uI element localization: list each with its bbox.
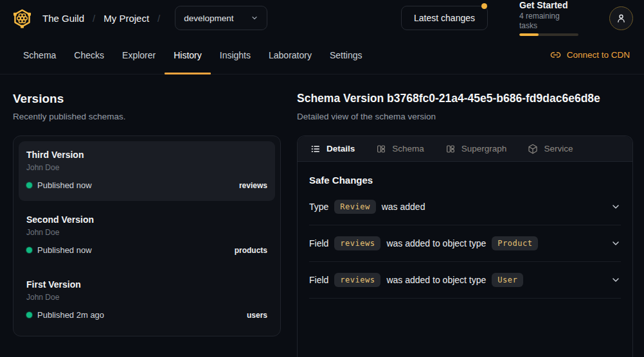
detail-tab-service[interactable]: Service: [528, 144, 573, 154]
cube-icon: [528, 144, 538, 154]
connect-to-cdn-link[interactable]: Connect to CDN: [550, 36, 630, 74]
change-text: was added: [382, 202, 425, 212]
version-status: Published now: [26, 180, 92, 190]
version-status-row: Published nowreviews: [26, 180, 267, 190]
breadcrumb-separator: /: [157, 13, 160, 24]
change-description: TypeReviewwas added: [309, 200, 425, 214]
breadcrumb-project[interactable]: My Project: [103, 13, 149, 24]
change-description: Fieldreviewswas added to object typeProd…: [309, 236, 538, 250]
breadcrumb-org[interactable]: The Guild: [42, 13, 84, 24]
version-title: Second Version: [26, 214, 267, 225]
target-select-value: development: [184, 13, 233, 23]
tab-insights[interactable]: Insights: [211, 36, 260, 74]
hive-logo-icon[interactable]: [12, 8, 33, 29]
versions-subtitle: Recently published schemas.: [13, 112, 281, 122]
change-badge: reviews: [334, 236, 380, 250]
version-author: John Doe: [26, 293, 267, 302]
detail-tab-label: Details: [326, 144, 355, 153]
get-started-progress-fill: [519, 33, 539, 36]
published-dot-icon: [26, 182, 32, 188]
top-bar: The Guild / My Project / development Lat…: [0, 0, 644, 36]
change-text: Field: [309, 275, 328, 285]
detail-tab-content: Safe Changes TypeReviewwas addedFieldrev…: [298, 175, 632, 299]
version-item[interactable]: Second VersionJohn DoePublished nowprodu…: [19, 206, 275, 266]
change-badge: User: [492, 273, 523, 287]
change-text: was added to object type: [386, 275, 486, 285]
connect-to-cdn-label: Connect to CDN: [567, 50, 630, 60]
target-select[interactable]: development: [175, 6, 267, 30]
get-started-widget[interactable]: Get Started 4 remaining tasks: [519, 0, 579, 36]
breadcrumb-separator: /: [93, 13, 95, 24]
versions-list: Third VersionJohn DoePublished nowreview…: [13, 135, 281, 336]
detail-tab-label: Schema: [392, 144, 424, 153]
tab-laboratory[interactable]: Laboratory: [260, 36, 321, 74]
change-row[interactable]: Fieldreviewswas added to object typeUser: [309, 262, 621, 299]
change-badge: Product: [492, 236, 538, 250]
detail-tabs: DetailsSchemaSupergraphService: [298, 136, 632, 162]
change-row[interactable]: Fieldreviewswas added to object typeProd…: [309, 225, 621, 262]
schema-version-subtitle: Detailed view of the schema version: [297, 112, 633, 122]
chevron-down-icon: [251, 14, 258, 22]
version-status-row: Published 2m agousers: [26, 310, 267, 320]
person-icon: [616, 13, 627, 24]
notification-dot: [481, 3, 487, 9]
version-status-text: Published now: [37, 180, 92, 190]
change-description: Fieldreviewswas added to object typeUser: [309, 273, 523, 287]
change-text: Field: [309, 238, 328, 248]
service-tag: products: [235, 246, 267, 255]
published-dot-icon: [26, 247, 32, 253]
latest-changes-button[interactable]: Latest changes: [401, 6, 488, 30]
version-author: John Doe: [26, 228, 267, 237]
panels-icon: [445, 144, 456, 154]
schema-version-panel: Schema Version b3768fc0-21a4-45e5-b686-f…: [297, 91, 633, 357]
published-dot-icon: [26, 312, 32, 318]
panels-icon: [376, 144, 386, 154]
version-status-row: Published nowproducts: [26, 245, 267, 255]
chevron-down-icon[interactable]: [611, 238, 621, 248]
change-badge: Review: [334, 200, 375, 214]
version-status: Published 2m ago: [26, 310, 104, 320]
change-text: Type: [309, 202, 328, 212]
version-status-text: Published now: [37, 245, 92, 255]
nav-tabs-bar: SchemaChecksExplorerHistoryInsightsLabor…: [0, 36, 644, 74]
detail-tab-label: Supergraph: [461, 144, 507, 153]
detail-tab-schema[interactable]: Schema: [376, 144, 424, 154]
chevron-down-icon[interactable]: [611, 275, 621, 285]
version-item[interactable]: First VersionJohn DoePublished 2m agouse…: [19, 271, 275, 331]
link-icon: [550, 49, 561, 60]
tab-checks[interactable]: Checks: [65, 36, 113, 74]
changes-list: TypeReviewwas addedFieldreviewswas added…: [309, 189, 621, 299]
safe-changes-heading: Safe Changes: [309, 175, 621, 186]
list-icon: [310, 144, 321, 154]
tab-schema[interactable]: Schema: [14, 36, 65, 74]
version-status: Published now: [26, 245, 92, 255]
user-avatar[interactable]: [609, 6, 633, 30]
chevron-down-icon[interactable]: [611, 202, 621, 212]
versions-title: Versions: [13, 91, 281, 106]
service-tag: users: [247, 311, 267, 320]
tab-explorer[interactable]: Explorer: [113, 36, 165, 74]
service-tag: reviews: [239, 181, 267, 190]
change-row[interactable]: TypeReviewwas added: [309, 189, 621, 225]
get-started-title: Get Started: [519, 0, 579, 11]
version-item[interactable]: Third VersionJohn DoePublished nowreview…: [19, 141, 275, 201]
schema-version-title: Schema Version b3768fc0-21a4-45e5-b686-f…: [297, 91, 633, 106]
change-text: was added to object type: [386, 238, 486, 248]
detail-tab-details[interactable]: Details: [310, 144, 355, 154]
version-title: First Version: [26, 279, 267, 290]
version-title: Third Version: [26, 150, 267, 160]
get-started-subtitle: 4 remaining tasks: [519, 12, 579, 31]
tab-history[interactable]: History: [165, 36, 211, 74]
tab-settings[interactable]: Settings: [321, 36, 371, 74]
versions-panel: Versions Recently published schemas. Thi…: [13, 91, 281, 357]
schema-version-card: DetailsSchemaSupergraphService Safe Chan…: [297, 135, 633, 357]
version-author: John Doe: [26, 163, 267, 172]
main-content: Versions Recently published schemas. Thi…: [0, 74, 644, 357]
change-badge: reviews: [334, 273, 380, 287]
detail-tab-label: Service: [544, 144, 573, 153]
detail-tab-supergraph[interactable]: Supergraph: [445, 144, 507, 154]
version-status-text: Published 2m ago: [37, 310, 104, 320]
